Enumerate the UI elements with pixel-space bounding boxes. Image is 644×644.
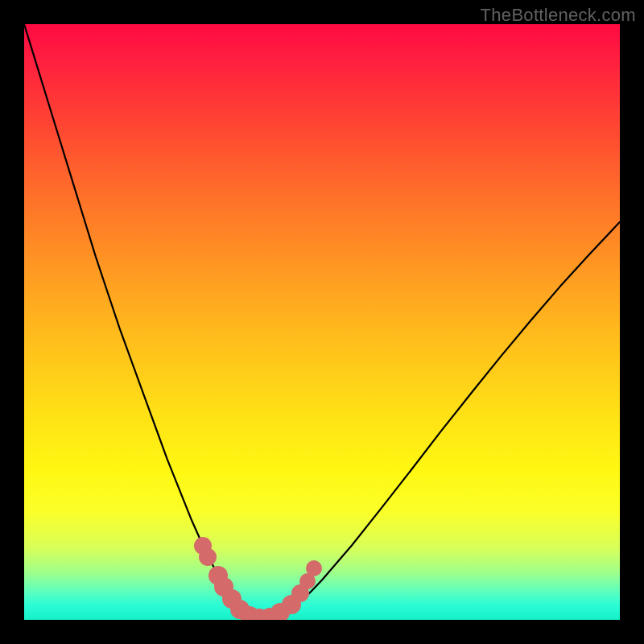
curve-point bbox=[306, 560, 322, 576]
chart-frame: TheBottleneck.com bbox=[0, 0, 644, 644]
watermark-label: TheBottleneck.com bbox=[481, 5, 636, 26]
plot-area bbox=[24, 24, 620, 620]
curve-point bbox=[199, 548, 217, 566]
curve-points bbox=[24, 24, 620, 620]
